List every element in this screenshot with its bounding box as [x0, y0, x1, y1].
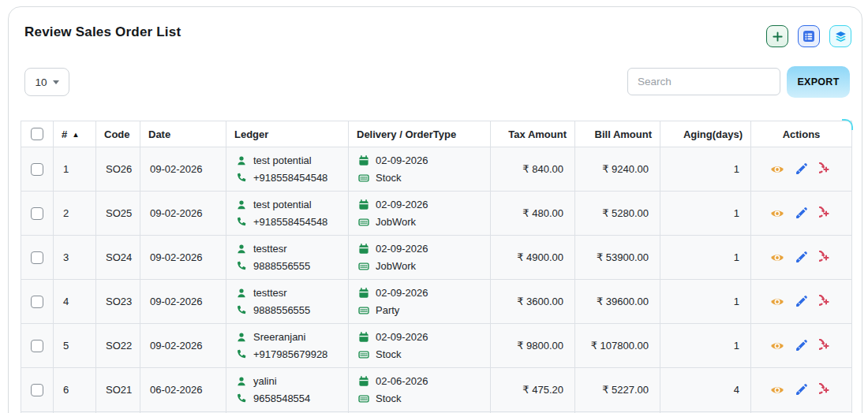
- calendar-icon: [358, 332, 369, 343]
- eye-view-icon[interactable]: [770, 383, 784, 397]
- order-type-icon: [358, 173, 369, 184]
- convert-refresh-icon[interactable]: [819, 383, 833, 397]
- convert-refresh-icon[interactable]: [819, 339, 833, 353]
- delivery-date: 02-09-2026: [376, 331, 428, 343]
- row-ledger: yalini 9658548554: [226, 368, 349, 412]
- export-button[interactable]: EXPORT: [787, 66, 850, 98]
- ledger-name: test potential: [253, 199, 312, 210]
- row-checkbox[interactable]: [31, 207, 43, 220]
- row-bill-amount: ₹ 53900.00: [575, 236, 660, 280]
- chevron-down-icon: [53, 80, 59, 84]
- row-aging-days: 1: [660, 236, 751, 280]
- row-delivery-ordertype: 02-06-2026 Stock: [349, 368, 491, 412]
- convert-refresh-icon[interactable]: [819, 251, 833, 265]
- row-code: SO21: [96, 368, 140, 412]
- table-header-row: #▲ Code Date Ledger Delivery / OrderType…: [21, 121, 852, 147]
- row-bill-amount: ₹ 9240.00: [575, 147, 660, 192]
- row-ledger: Sreeranjani +917985679928: [226, 324, 349, 368]
- search-input[interactable]: [627, 68, 780, 95]
- row-checkbox[interactable]: [31, 251, 43, 264]
- row-checkbox[interactable]: [31, 384, 43, 396]
- row-delivery-ordertype: 02-09-2026 Stock: [349, 324, 491, 368]
- delivery-date: 02-09-2026: [376, 199, 428, 210]
- pencil-edit-icon[interactable]: [795, 251, 809, 265]
- per-page-select[interactable]: 10: [24, 68, 69, 96]
- eye-view-icon[interactable]: [770, 162, 784, 177]
- order-type: Stock: [376, 348, 402, 360]
- row-number: 5: [54, 324, 96, 368]
- row-ledger: testtesr 9888556555: [226, 236, 349, 280]
- row-number: 4: [54, 280, 96, 324]
- pencil-edit-icon[interactable]: [795, 383, 809, 397]
- ledger-name: yalini: [253, 375, 277, 387]
- row-number: 1: [54, 147, 96, 192]
- row-checkbox[interactable]: [31, 163, 43, 176]
- pencil-edit-icon[interactable]: [795, 206, 809, 221]
- eye-view-icon[interactable]: [770, 251, 784, 265]
- sales-order-page: Review Sales Order List: [0, 0, 868, 413]
- order-type-icon: [358, 217, 369, 228]
- row-tax-amount: ₹ 4900.00: [491, 236, 575, 280]
- person-icon: [236, 244, 247, 255]
- row-checkbox-cell: [21, 192, 54, 236]
- table-row: 6 SO21 06-02-2026 yalini 9658548554: [21, 368, 852, 412]
- pencil-edit-icon[interactable]: [795, 295, 809, 309]
- convert-refresh-icon[interactable]: [819, 162, 833, 177]
- grid-view-icon: [803, 30, 815, 43]
- row-bill-amount: ₹ 5280.00: [575, 192, 660, 236]
- row-actions: [751, 236, 852, 280]
- ledger-phone: 9888556555: [253, 304, 310, 316]
- delivery-date: 02-09-2026: [376, 287, 428, 299]
- phone-icon: [236, 305, 247, 316]
- ledger-name: testtesr: [253, 287, 287, 299]
- delivery-date: 02-09-2026: [376, 243, 428, 255]
- phone-icon: [236, 261, 247, 272]
- row-tax-amount: ₹ 840.00: [491, 147, 575, 192]
- eye-view-icon[interactable]: [770, 339, 784, 353]
- header-delivery-ordertype[interactable]: Delivery / OrderType: [349, 121, 491, 147]
- grid-view-button[interactable]: [798, 25, 820, 47]
- convert-refresh-icon[interactable]: [819, 206, 833, 221]
- select-all-checkbox[interactable]: [31, 128, 43, 140]
- header-bill-amount[interactable]: Bill Amount: [575, 121, 660, 147]
- row-tax-amount: ₹ 9800.00: [491, 324, 575, 368]
- calendar-icon: [358, 155, 369, 166]
- pencil-edit-icon[interactable]: [795, 339, 809, 353]
- row-checkbox[interactable]: [31, 340, 43, 352]
- row-actions: [751, 368, 852, 412]
- table-row: 1 SO26 09-02-2026 test potential +918558…: [21, 147, 852, 192]
- add-button[interactable]: [766, 25, 788, 47]
- ledger-phone: +918558454548: [253, 172, 327, 184]
- row-aging-days: 1: [660, 324, 751, 368]
- row-checkbox-cell: [21, 147, 54, 192]
- header-number[interactable]: #▲: [54, 121, 96, 147]
- ledger-name: test potential: [253, 154, 312, 166]
- header-aging-days[interactable]: Aging(days): [660, 121, 751, 147]
- row-delivery-ordertype: 02-09-2026 JobWork: [349, 236, 491, 280]
- row-code: SO26: [96, 147, 140, 192]
- eye-view-icon[interactable]: [770, 295, 784, 309]
- order-type: Party: [376, 304, 399, 316]
- header-code[interactable]: Code: [96, 121, 140, 147]
- ledger-phone: 9658548554: [253, 393, 310, 404]
- row-date: 09-02-2026: [140, 236, 226, 280]
- table-row: 3 SO24 09-02-2026 testtesr 9888556555: [21, 236, 852, 280]
- eye-view-icon[interactable]: [770, 206, 784, 221]
- table-row: 5 SO22 09-02-2026 Sreeranjani +917985679…: [21, 324, 852, 368]
- header-date[interactable]: Date: [140, 121, 226, 147]
- pencil-edit-icon[interactable]: [795, 162, 809, 177]
- row-aging-days: 4: [660, 368, 751, 412]
- header-ledger[interactable]: Ledger: [226, 121, 349, 147]
- phone-icon: [236, 173, 247, 184]
- convert-refresh-icon[interactable]: [819, 295, 833, 309]
- row-checkbox-cell: [21, 280, 54, 324]
- row-ledger: test potential +918558454548: [226, 147, 349, 192]
- header-buttons: [766, 25, 851, 47]
- order-type-icon: [358, 261, 369, 272]
- row-tax-amount: ₹ 475.20: [491, 368, 575, 412]
- row-checkbox[interactable]: [31, 296, 43, 308]
- table-row: 2 SO25 09-02-2026 test potential +918558…: [21, 192, 852, 236]
- header-tax-amount[interactable]: Tax Amount: [491, 121, 575, 147]
- layers-view-button[interactable]: [829, 25, 851, 47]
- row-aging-days: 1: [660, 147, 751, 192]
